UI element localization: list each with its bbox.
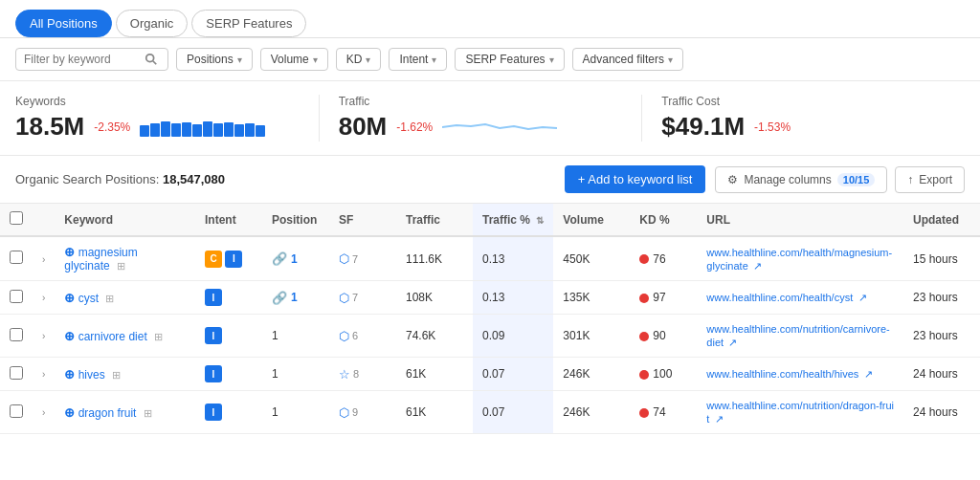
- expand-row-0[interactable]: ›: [42, 254, 45, 265]
- table-row: › ⊕ dragon fruit ⊞ I 1 ⬡ 9 61K 0.07 246K…: [0, 391, 980, 434]
- table-toolbar: Organic Search Positions: 18,547,080 + A…: [0, 156, 980, 204]
- keyword-link-3[interactable]: hives: [78, 368, 105, 382]
- sf-cell-2: ⬡ 6: [329, 315, 396, 358]
- plus-icon: ⊕: [64, 245, 75, 259]
- row-checkbox-1[interactable]: [10, 290, 23, 303]
- keyword-cell-0: ⊕ magnesium glycinate ⊞: [55, 236, 195, 281]
- data-table: Keyword Intent Position SF Traffic Traff…: [0, 204, 980, 434]
- plus-icon: ⊕: [64, 367, 75, 382]
- intent-badge-i: I: [225, 251, 242, 268]
- kd-dot: [639, 294, 649, 303]
- col-header-traffic-pct[interactable]: Traffic % ⇅: [473, 204, 553, 236]
- export-button[interactable]: ↑ Export: [895, 166, 965, 193]
- kd-cell-4: 74: [630, 391, 697, 434]
- row-checkbox-3[interactable]: [10, 366, 23, 380]
- intent-badge-i: I: [205, 365, 222, 382]
- traffic-pct-cell-1: 0.13: [473, 281, 553, 315]
- traffic-cell-4: 61K: [396, 391, 473, 434]
- sf-page-icon: ⬡: [339, 291, 349, 305]
- url-link-0[interactable]: www.healthline.com/health/magnesium-glyc…: [706, 247, 892, 272]
- position-cell-3: 1: [262, 358, 329, 391]
- col-header-volume: Volume: [553, 204, 630, 236]
- columns-badge: 10/15: [837, 173, 876, 186]
- keyword-link-1[interactable]: cyst: [78, 292, 99, 305]
- row-checkbox-0[interactable]: [10, 251, 23, 264]
- traffic-cost-card: Traffic Cost $49.1M -1.53%: [641, 95, 965, 142]
- url-cell-1: www.healthline.com/health/cyst ↗: [697, 281, 903, 315]
- expand-row-3[interactable]: ›: [42, 369, 45, 380]
- positions-filter-button[interactable]: Positions ▾: [176, 48, 253, 71]
- kd-filter-button[interactable]: KD ▾: [336, 48, 382, 71]
- search-input[interactable]: [24, 53, 139, 66]
- traffic-cost-label: Traffic Cost: [661, 95, 946, 108]
- advanced-filters-button[interactable]: Advanced filters ▾: [572, 48, 683, 71]
- keyword-cell-3: ⊕ hives ⊞: [55, 358, 195, 391]
- search-icon: [145, 53, 158, 66]
- keyword-cell-4: ⊕ dragon fruit ⊞: [55, 391, 195, 434]
- updated-cell-4: 24 hours: [903, 391, 980, 434]
- sf-count: 7: [352, 292, 358, 303]
- manage-columns-button[interactable]: ⚙ Manage columns 10/15: [715, 166, 887, 193]
- col-header-traffic: Traffic: [396, 204, 473, 236]
- keyword-search-box[interactable]: [15, 48, 168, 71]
- tab-serp-features[interactable]: SERP Features: [191, 10, 306, 37]
- url-link-4[interactable]: www.healthline.com/nutrition/dragon-frui…: [706, 400, 894, 425]
- position-cell-2: 1: [262, 315, 329, 358]
- position-cell-4: 1: [262, 391, 329, 434]
- traffic-change: -1.62%: [396, 120, 433, 134]
- url-link-1[interactable]: www.healthline.com/health/cyst: [706, 292, 853, 303]
- svg-line-1: [153, 61, 157, 65]
- url-link-3[interactable]: www.healthline.com/health/hives: [706, 368, 858, 380]
- sf-count: 7: [352, 253, 358, 265]
- external-link-icon: ↗: [864, 368, 873, 380]
- intent-cell-4: I: [195, 391, 262, 434]
- bookmark-icon: ⊞: [144, 407, 152, 420]
- intent-badge-i: I: [205, 404, 222, 421]
- col-header-position: Position: [262, 204, 329, 236]
- keyword-link-2[interactable]: carnivore diet: [78, 330, 147, 343]
- sf-page-icon: ⬡: [339, 405, 349, 420]
- sf-page-icon: ⬡: [339, 329, 349, 343]
- intent-cell-0: C I: [195, 236, 262, 281]
- serp-features-filter-button[interactable]: SERP Features ▾: [455, 48, 564, 71]
- intent-filter-button[interactable]: Intent ▾: [389, 48, 447, 71]
- traffic-card: Traffic 80M -1.62%: [319, 95, 642, 142]
- tab-all-positions[interactable]: All Positions: [15, 10, 112, 37]
- sf-count: 8: [353, 368, 359, 380]
- add-to-keyword-list-button[interactable]: + Add to keyword list: [565, 165, 706, 193]
- row-checkbox-4[interactable]: [10, 404, 23, 418]
- external-link-icon: ↗: [728, 337, 737, 348]
- intent-badge-i: I: [205, 327, 222, 344]
- keyword-cell-2: ⊕ carnivore diet ⊞: [55, 315, 195, 358]
- kd-cell-2: 90: [630, 315, 697, 358]
- table-count: 18,547,080: [163, 172, 225, 186]
- position-cell-1: 🔗 1: [262, 281, 329, 315]
- select-all-checkbox[interactable]: [10, 211, 23, 225]
- url-cell-3: www.healthline.com/health/hives ↗: [697, 358, 903, 391]
- chevron-down-icon: ▾: [549, 55, 554, 65]
- upload-icon: ↑: [907, 173, 913, 186]
- position-value: 1: [272, 367, 278, 381]
- expand-row-2[interactable]: ›: [42, 331, 45, 341]
- traffic-value: 80M: [339, 112, 388, 142]
- traffic-cell-3: 61K: [396, 358, 473, 391]
- col-header-intent: Intent: [195, 204, 262, 236]
- volume-filter-button[interactable]: Volume ▾: [260, 48, 328, 71]
- kd-dot: [639, 408, 649, 418]
- intent-badge-c: C: [205, 251, 222, 268]
- expand-row-1[interactable]: ›: [42, 293, 45, 303]
- url-cell-2: www.healthline.com/nutrition/carnivore-d…: [697, 315, 903, 358]
- tab-organic[interactable]: Organic: [116, 10, 189, 37]
- traffic-pct-cell-3: 0.07: [473, 358, 553, 391]
- kd-cell-0: 76: [630, 236, 697, 281]
- row-checkbox-2[interactable]: [10, 328, 23, 341]
- col-header-kd: KD %: [630, 204, 697, 236]
- updated-cell-3: 24 hours: [903, 358, 980, 391]
- table-row: › ⊕ carnivore diet ⊞ I 1 ⬡ 6 74.6K 0.09 …: [0, 315, 980, 358]
- table-row: › ⊕ magnesium glycinate ⊞ C I 🔗 1 ⬡ 7 11…: [0, 236, 980, 281]
- keyword-link-0[interactable]: magnesium glycinate: [64, 246, 137, 273]
- keyword-link-4[interactable]: dragon fruit: [78, 406, 137, 420]
- expand-row-4[interactable]: ›: [42, 407, 45, 418]
- kd-dot: [639, 370, 649, 380]
- summary-row: Keywords 18.5M -2.35% Traffic 80M: [0, 81, 980, 156]
